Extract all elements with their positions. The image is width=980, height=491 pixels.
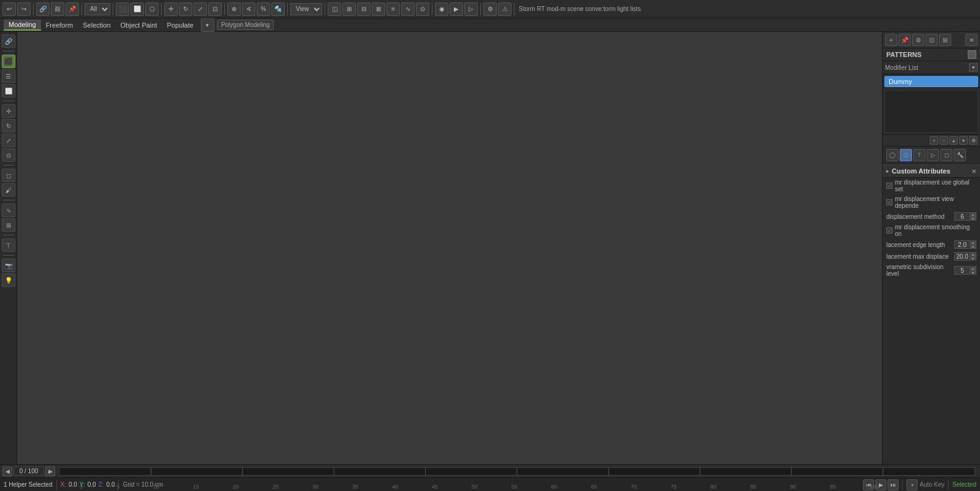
custom-attrs-close[interactable]: ✕ [971, 168, 976, 175]
warning-button[interactable]: ⚠ [498, 2, 511, 16]
timeline-label: 0 / 100 [13, 466, 44, 476]
select-tool[interactable]: ⬛ [116, 2, 129, 16]
modifier-list-dropdown-btn[interactable]: ▾ [969, 63, 978, 72]
play-back-btn[interactable]: ⏮ [863, 479, 874, 490]
attr-spinner-up-disp-method[interactable]: ▴ [970, 212, 976, 216]
create-tool[interactable]: ◻ [2, 169, 15, 182]
playback-controls: ⏮ ▶ ⏭ [863, 479, 899, 490]
modifier-up-btn[interactable]: ▴ [949, 136, 958, 145]
timeline-prev-btn[interactable]: ◀ [2, 466, 12, 476]
percent-snap-toggle[interactable]: % [257, 2, 270, 16]
left-sep-4 [3, 200, 14, 200]
configure-btn[interactable]: ⚙ [912, 34, 924, 46]
tab-display[interactable]: ◯ [886, 149, 899, 161]
menu-freeform[interactable]: Freeform [41, 20, 78, 30]
attr-row-disp-method: displacement method 6 ▴ ▾ [883, 211, 980, 223]
select-object-tool[interactable]: ⬛ [2, 55, 15, 68]
modifier-delete-btn[interactable]: − [940, 136, 948, 145]
timeline-next-btn[interactable]: ▶ [45, 466, 55, 476]
attr-checkbox-mr-disp-smooth[interactable]: ✓ [886, 227, 892, 234]
attr-spinner-subdiv[interactable]: 5 ▴ ▾ [954, 266, 976, 275]
rotate-tool-left[interactable]: ↻ [2, 119, 15, 132]
attr-spinner-up-edge-length[interactable]: ▴ [970, 240, 976, 245]
material-editor-button[interactable]: ◉ [435, 2, 448, 16]
menu-selection[interactable]: Selection [78, 20, 115, 30]
collapse-btn[interactable]: ⊡ [925, 34, 938, 46]
link-tool[interactable]: 🔗 [2, 34, 15, 48]
attr-spinner-disp-method[interactable]: 6 ▴ ▾ [954, 212, 976, 221]
attr-spinner-up-subdiv[interactable]: ▴ [970, 266, 976, 270]
view-dropdown[interactable]: View [290, 3, 322, 15]
schematic-button[interactable]: ⊙ [416, 2, 429, 16]
bones-tool[interactable]: ⊤ [2, 238, 15, 252]
modifier-add-btn[interactable]: + [930, 136, 938, 145]
attr-spinner-down-subdiv[interactable]: ▾ [970, 270, 976, 275]
rotate-tool[interactable]: ↻ [179, 2, 192, 16]
pin-modifier-btn[interactable]: 📌 [899, 34, 911, 46]
spinner-snap-toggle[interactable]: 🔩 [271, 2, 285, 16]
tab-utilities[interactable]: 🔧 [954, 149, 966, 161]
dummy-modifier-item[interactable]: Dummy [884, 76, 978, 87]
attr-spinner-down-edge-length[interactable]: ▾ [970, 245, 976, 249]
tab-modifier[interactable]: ⬡ [900, 149, 912, 161]
ffd-tool[interactable]: ⊞ [2, 218, 15, 232]
unlink-button[interactable]: ⛓ [51, 2, 64, 16]
layer-button[interactable]: ≡ [386, 2, 400, 16]
move-tool-left[interactable]: ✛ [2, 104, 15, 118]
region-select-tool[interactable]: ⬜ [130, 2, 144, 16]
custom-attributes-section[interactable]: ▸ Custom Attributes ✕ [883, 164, 980, 178]
add-modifier-btn[interactable]: + [885, 34, 897, 46]
set-key-btn[interactable]: ⬥ [907, 479, 918, 490]
place-tool[interactable]: ⊙ [2, 148, 15, 162]
settings-button[interactable]: ⚙ [483, 2, 497, 16]
paint-tool[interactable]: 🖌 [2, 183, 15, 197]
render-setup-button[interactable]: ▶ [450, 2, 463, 16]
tab-hierarchy[interactable]: ⊤ [913, 149, 925, 161]
menu-populate[interactable]: Populate [162, 20, 198, 30]
separator-8 [432, 3, 432, 15]
attr-checkbox-mr-disp-global[interactable]: ✓ [886, 183, 892, 189]
array-button[interactable]: ⊞ [342, 2, 356, 16]
snap-toggle[interactable]: ⊕ [227, 2, 241, 16]
mode-dropdown[interactable]: All [85, 3, 110, 15]
modifier-down-btn[interactable]: ▾ [959, 136, 968, 145]
angle-snap-toggle[interactable]: ∢ [242, 2, 255, 16]
move-tool[interactable]: ✛ [164, 2, 178, 16]
select-by-name-tool[interactable]: ☰ [2, 69, 15, 83]
menu-modeling[interactable]: Modeling [4, 20, 41, 31]
link-button[interactable]: 🔗 [36, 2, 50, 16]
play-fwd-btn[interactable]: ⏭ [888, 479, 899, 490]
expand-btn[interactable]: ⊞ [939, 34, 951, 46]
attr-spinner-down-disp-method[interactable]: ▾ [970, 216, 976, 221]
scale-tool-left[interactable]: ⤢ [2, 134, 15, 147]
timeline-track[interactable] [59, 467, 975, 476]
pin-button[interactable]: 📌 [66, 2, 79, 16]
mirror-button[interactable]: ◫ [328, 2, 341, 16]
menu-object-paint[interactable]: Object Paint [116, 20, 162, 30]
play-btn[interactable]: ▶ [875, 479, 886, 490]
light-tool[interactable]: 💡 [2, 273, 15, 287]
scale-tool[interactable]: ⤢ [194, 2, 207, 16]
bend-tool[interactable]: ∿ [2, 204, 15, 217]
undo-button[interactable]: ↩ [2, 2, 16, 16]
menu-extra-button[interactable]: ▾ [201, 18, 214, 32]
close-panel-btn[interactable]: ✕ [965, 34, 978, 46]
quick-align-button[interactable]: ⊠ [372, 2, 385, 16]
align-button[interactable]: ⊟ [357, 2, 371, 16]
attr-checkbox-mr-disp-view[interactable]: ✓ [886, 199, 892, 205]
select-region-tool[interactable]: ⬜ [2, 84, 15, 97]
attr-spinner-max-displace[interactable]: 20.0 ▴ ▾ [954, 252, 976, 261]
redo-button[interactable]: ↪ [17, 2, 31, 16]
render-frame-button[interactable]: ▷ [464, 2, 478, 16]
attr-spinner-down-max-displace[interactable]: ▾ [970, 256, 976, 261]
tab-motion[interactable]: ▷ [927, 149, 939, 161]
camera-tool[interactable]: 📷 [2, 259, 15, 272]
attr-spinner-up-max-displace[interactable]: ▴ [970, 252, 976, 256]
fence-select-tool[interactable]: ⬡ [145, 2, 159, 16]
squash-tool[interactable]: ⊡ [208, 2, 222, 16]
patterns-color-swatch[interactable] [968, 50, 976, 59]
tab-object[interactable]: ◻ [940, 149, 952, 161]
curve-editor-button[interactable]: ∿ [401, 2, 415, 16]
modifier-options-btn[interactable]: ⚙ [969, 136, 978, 145]
attr-spinner-edge-length[interactable]: 2.0 ▴ ▾ [954, 240, 976, 249]
